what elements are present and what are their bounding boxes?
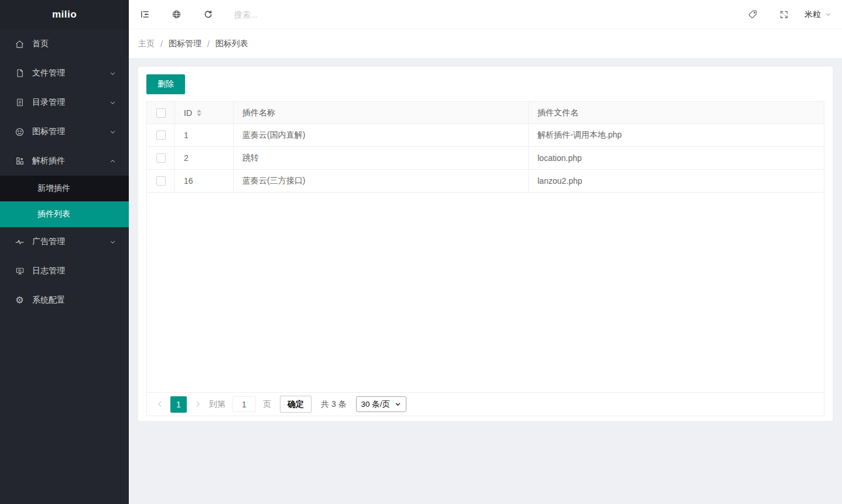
sidebar-item-catalog[interactable]: 目录管理 bbox=[0, 88, 129, 117]
sidebar-item-settings[interactable]: ⚙ 系统配置 bbox=[0, 286, 129, 315]
username: 米粒 bbox=[805, 9, 821, 20]
sort-icon[interactable] bbox=[197, 109, 201, 116]
select-all-checkbox[interactable] bbox=[156, 108, 166, 118]
total-count-label: 共 3 条 bbox=[321, 399, 347, 410]
refresh-button[interactable] bbox=[192, 0, 224, 29]
sidebar-item-label: 日志管理 bbox=[32, 266, 129, 276]
chevron-down-icon bbox=[109, 239, 116, 245]
sidebar-item-label: 首页 bbox=[32, 39, 129, 49]
website-button[interactable] bbox=[160, 0, 192, 29]
chevron-down-icon bbox=[395, 401, 401, 407]
delete-button[interactable]: 删除 bbox=[146, 74, 185, 94]
sidebar-item-label: 目录管理 bbox=[32, 97, 109, 108]
column-header-id: ID bbox=[175, 102, 234, 124]
user-menu[interactable]: 米粒 bbox=[800, 0, 842, 29]
sidebar-item-icons[interactable]: 图标管理 bbox=[0, 117, 129, 146]
plugin-table: ID 插件名称 插件文件名 bbox=[146, 101, 824, 416]
sidebar-item-files[interactable]: 文件管理 bbox=[0, 59, 129, 88]
row-checkbox[interactable] bbox=[156, 153, 166, 163]
main-area: 米粒 主页 / 图标管理 / 图标列表 删除 bbox=[129, 0, 842, 504]
tag-button[interactable] bbox=[737, 0, 768, 29]
row-select-cell bbox=[147, 147, 175, 169]
content-area: 删除 ID 插件名称 bbox=[129, 59, 842, 504]
column-label: ID bbox=[184, 108, 192, 118]
app-root: milio 首页 文件管理 目录管 bbox=[0, 0, 842, 504]
chevron-down-icon bbox=[109, 70, 116, 77]
sidebar-item-label: 图标管理 bbox=[32, 126, 109, 137]
column-label: 插件名称 bbox=[242, 108, 275, 118]
plugins-submenu: 新增插件 插件列表 bbox=[0, 176, 129, 227]
submenu-item-plugin-list[interactable]: 插件列表 bbox=[0, 201, 129, 227]
cell-id: 16 bbox=[175, 170, 234, 192]
select-all-cell bbox=[147, 102, 175, 124]
smiley-icon bbox=[15, 127, 25, 137]
refresh-icon bbox=[203, 9, 213, 19]
page-size-select[interactable]: 30 条/页 bbox=[356, 396, 407, 412]
cell-plugin-file: 解析插件-调用本地.php bbox=[529, 124, 824, 146]
board-icon bbox=[15, 266, 25, 276]
chevron-down-icon bbox=[825, 11, 831, 18]
table-empty-space bbox=[147, 193, 824, 392]
fullscreen-button[interactable] bbox=[768, 0, 800, 29]
sidebar: milio 首页 文件管理 目录管 bbox=[0, 0, 129, 504]
pagination-bar: 1 到第 页 确定 共 3 条 30 条/页 bbox=[147, 392, 824, 416]
table-header-row: ID 插件名称 插件文件名 bbox=[147, 102, 824, 124]
globe-icon bbox=[172, 9, 182, 19]
pulse-icon bbox=[15, 237, 25, 247]
breadcrumb-icon-manage[interactable]: 图标管理 bbox=[169, 39, 201, 49]
fullscreen-icon bbox=[779, 10, 789, 19]
table-row: 16 蓝奏云(三方接口) lanzou2.php bbox=[147, 170, 824, 193]
goto-page-input[interactable] bbox=[232, 396, 256, 412]
cell-plugin-file: location.php bbox=[529, 147, 824, 169]
prev-page-icon[interactable] bbox=[155, 400, 165, 408]
row-checkbox[interactable] bbox=[156, 176, 166, 186]
sidebar-item-ads[interactable]: 广告管理 bbox=[0, 227, 129, 256]
sidebar-item-label: 广告管理 bbox=[32, 236, 109, 247]
current-page-button[interactable]: 1 bbox=[170, 396, 187, 413]
submenu-item-add-plugin[interactable]: 新增插件 bbox=[0, 176, 129, 201]
file-icon bbox=[15, 68, 25, 78]
collapse-sidebar-button[interactable] bbox=[129, 0, 160, 29]
chevron-down-icon bbox=[109, 129, 116, 135]
table-row: 2 跳转 location.php bbox=[147, 147, 824, 170]
component-icon bbox=[15, 156, 25, 166]
row-select-cell bbox=[147, 170, 175, 192]
breadcrumb-home[interactable]: 主页 bbox=[138, 39, 155, 49]
column-label: 插件文件名 bbox=[538, 108, 579, 118]
cell-plugin-file: lanzou2.php bbox=[529, 170, 824, 192]
chevron-up-icon bbox=[109, 158, 116, 164]
chevron-down-icon bbox=[109, 100, 116, 106]
sidebar-item-home[interactable]: 首页 bbox=[0, 29, 129, 59]
cell-plugin-name: 跳转 bbox=[234, 147, 529, 169]
row-select-cell bbox=[147, 124, 175, 146]
sidebar-item-label: 系统配置 bbox=[32, 295, 129, 306]
tag-icon bbox=[748, 9, 758, 19]
sidebar-item-label: 文件管理 bbox=[32, 68, 109, 78]
column-header-file: 插件文件名 bbox=[529, 102, 824, 124]
cell-id: 1 bbox=[175, 124, 234, 146]
search-input[interactable] bbox=[234, 6, 363, 23]
breadcrumb-separator: / bbox=[160, 39, 163, 49]
cell-id: 2 bbox=[175, 147, 234, 169]
sidebar-item-label: 解析插件 bbox=[32, 156, 109, 166]
home-icon bbox=[15, 39, 25, 49]
row-checkbox[interactable] bbox=[156, 131, 166, 140]
next-page-icon[interactable] bbox=[193, 400, 202, 408]
submenu-item-label: 插件列表 bbox=[37, 209, 70, 220]
plugin-list-card: 删除 ID 插件名称 bbox=[138, 67, 833, 421]
sidebar-item-plugins[interactable]: 解析插件 bbox=[0, 146, 129, 176]
sidebar-menu: 首页 文件管理 目录管理 bbox=[0, 29, 129, 504]
confirm-page-button[interactable]: 确定 bbox=[280, 396, 312, 413]
shrink-menu-icon bbox=[140, 9, 150, 19]
goto-prefix-label: 到第 bbox=[209, 399, 225, 410]
table-row: 1 蓝奏云(国内直解) 解析插件-调用本地.php bbox=[147, 124, 824, 147]
breadcrumb-separator: / bbox=[207, 39, 210, 49]
topbar: 米粒 bbox=[129, 0, 842, 29]
sidebar-item-logs[interactable]: 日志管理 bbox=[0, 256, 129, 286]
submenu-item-label: 新增插件 bbox=[37, 183, 70, 194]
catalog-icon bbox=[15, 98, 25, 108]
page-size-value: 30 条/页 bbox=[361, 399, 391, 410]
goto-suffix-label: 页 bbox=[263, 399, 271, 410]
cell-plugin-name: 蓝奏云(三方接口) bbox=[234, 170, 529, 192]
cell-plugin-name: 蓝奏云(国内直解) bbox=[234, 124, 529, 146]
